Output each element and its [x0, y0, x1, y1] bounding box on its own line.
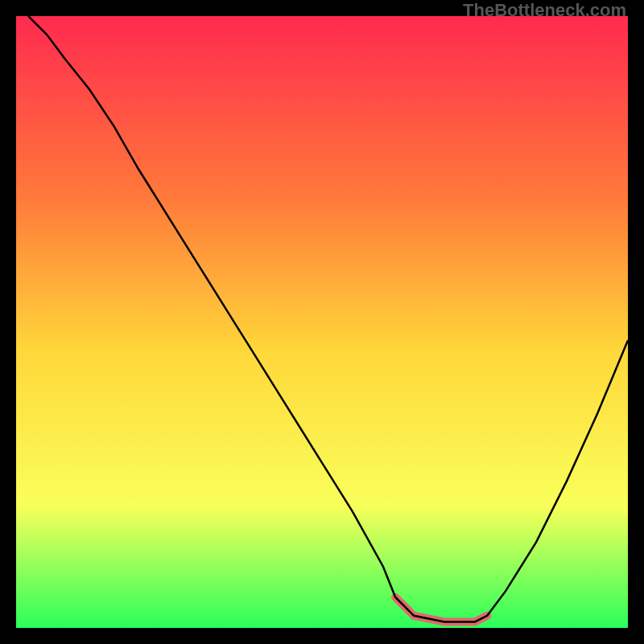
chart-svg: [16, 16, 628, 628]
chart-background-gradient: [16, 16, 628, 628]
chart-plot-area: [16, 16, 628, 628]
watermark-text: TheBottleneck.com: [463, 0, 626, 21]
